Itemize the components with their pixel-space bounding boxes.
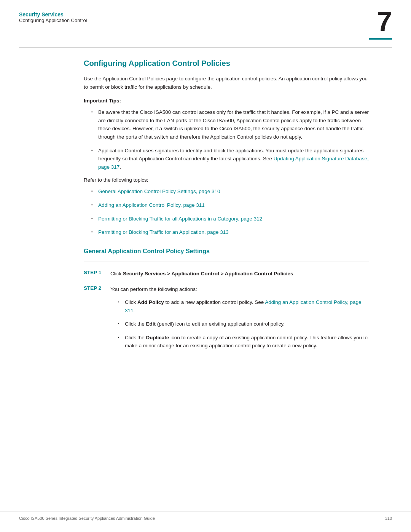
topic-link-1[interactable]: General Application Control Policy Setti… (98, 189, 220, 194)
step-1-container: STEP 1 Click Security Services > Applica… (84, 270, 369, 278)
header-divider (19, 47, 392, 48)
refer-text: Refer to the following topics: (84, 177, 369, 183)
configuring-label: Configuring Application Control (19, 18, 87, 23)
step-2-content: You can perform the following actions: C… (110, 285, 369, 356)
chapter-line (369, 38, 392, 40)
step-2-container: STEP 2 You can perform the following act… (84, 285, 369, 356)
topic-link-2[interactable]: Adding an Application Control Policy, pa… (98, 202, 205, 208)
step-2-action-3-bold: Duplicate (146, 335, 169, 340)
footer: Cisco ISA500 Series Integrated Security … (0, 511, 411, 521)
step-1-text-suffix: . (293, 271, 295, 276)
topic-item-1: General Application Control Policy Setti… (91, 187, 369, 196)
topic-link-3[interactable]: Permitting or Blocking Traffic for all A… (98, 216, 262, 222)
header: Security Services Configuring Applicatio… (0, 0, 411, 48)
topic-link-4[interactable]: Permitting or Blocking Traffic for an Ap… (98, 229, 229, 235)
step-2-action-2-suffix: (pencil) icon to edit an existing applic… (156, 321, 285, 327)
tip-item-2-suffix: . (119, 164, 121, 170)
header-top: Security Services Configuring Applicatio… (19, 11, 392, 40)
topic-item-2: Adding an Application Control Policy, pa… (91, 201, 369, 209)
step-2-action-1-middle: to add a new application control policy.… (164, 299, 265, 305)
subsection-title: General Application Control Policy Setti… (84, 248, 369, 255)
step-2-action-3-prefix: Click the (125, 335, 146, 340)
step-2-action-1: Click Add Policy to add a new applicatio… (118, 298, 369, 315)
subsection-divider (84, 262, 369, 262)
topics-list: General Application Control Policy Setti… (84, 187, 369, 236)
footer-text: Cisco ISA500 Series Integrated Security … (19, 516, 155, 521)
step-1-content: Click Security Services > Application Co… (110, 270, 369, 278)
tip-item-1-text: Be aware that the Cisco ISA500 can contr… (98, 109, 369, 140)
security-services-label: Security Services (19, 11, 87, 18)
breadcrumb-area: Security Services Configuring Applicatio… (19, 11, 87, 23)
step-2-action-2: Click the Edit (pencil) icon to edit an … (118, 320, 369, 328)
tip-item-2: Application Control uses signatures to i… (91, 147, 369, 171)
step-1-bold: Security Services > Application Control … (123, 271, 293, 276)
step-2-action-2-bold: Edit (146, 321, 156, 327)
step-2-action-3: Click the Duplicate icon to create a cop… (118, 334, 369, 350)
topic-item-4: Permitting or Blocking Traffic for an Ap… (91, 228, 369, 236)
step-2-action-1-bold: Add Policy (137, 299, 164, 305)
chapter-number: 7 (377, 8, 392, 35)
tip-item-1: Be aware that the Cisco ISA500 can contr… (91, 108, 369, 141)
footer-page-number: 310 (385, 516, 392, 521)
topic-item-3: Permitting or Blocking Traffic for all A… (91, 215, 369, 223)
page-container: Security Services Configuring Applicatio… (0, 0, 411, 532)
step-1-label: STEP 1 (84, 270, 110, 275)
intro-paragraph: Use the Application Control Policies pag… (84, 75, 369, 91)
main-content: Configuring Application Control Policies… (0, 48, 411, 387)
step-2-label: STEP 2 (84, 285, 110, 291)
important-tips-label: Important Tips: (84, 98, 369, 104)
step-2-action-1-suffix: . (134, 308, 135, 313)
chapter-number-container: 7 (369, 11, 392, 40)
step-2-action-1-prefix: Click (125, 299, 137, 305)
important-tips-list: Be aware that the Cisco ISA500 can contr… (84, 108, 369, 171)
step-2-actions-list: Click Add Policy to add a new applicatio… (110, 298, 369, 350)
step-2-intro: You can perform the following actions: (110, 285, 369, 294)
page-title: Configuring Application Control Policies (84, 59, 369, 68)
step-2-action-2-prefix: Click the (125, 321, 146, 327)
step-1-text-prefix: Click (110, 271, 123, 276)
